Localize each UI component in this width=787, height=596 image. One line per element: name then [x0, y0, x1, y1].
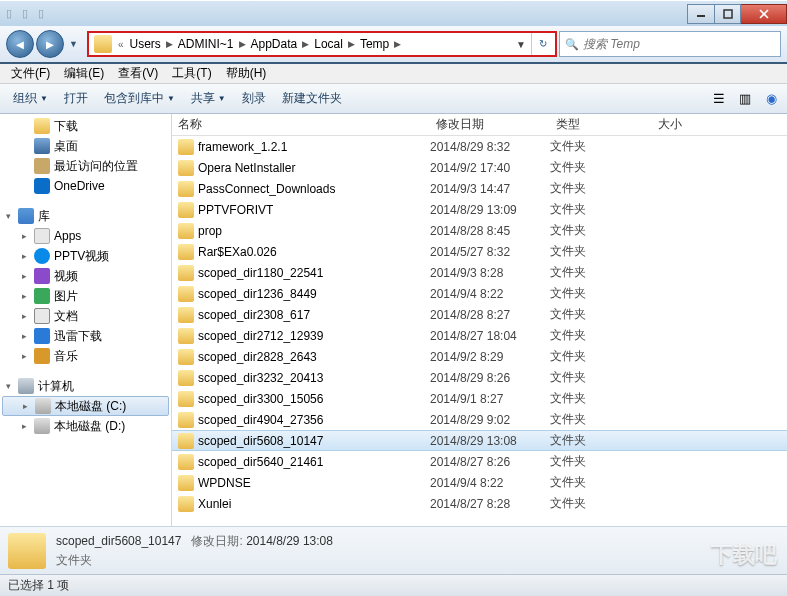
address-dropdown-icon[interactable]: ▼: [511, 39, 531, 50]
breadcrumb-item[interactable]: ADMINI~1: [175, 37, 237, 51]
file-row[interactable]: Opera NetInstaller2014/9/2 17:40文件夹: [172, 157, 787, 178]
expand-icon[interactable]: ▸: [23, 401, 35, 411]
close-button[interactable]: [741, 4, 787, 24]
chevron-right-icon[interactable]: ▶: [166, 39, 173, 49]
search-box[interactable]: 🔍: [559, 31, 781, 57]
file-list[interactable]: framework_1.2.12014/8/29 8:32文件夹Opera Ne…: [172, 136, 787, 526]
file-row[interactable]: scoped_dir3300_150562014/9/1 8:27文件夹: [172, 388, 787, 409]
file-row[interactable]: scoped_dir5640_214612014/8/27 8:26文件夹: [172, 451, 787, 472]
expand-icon[interactable]: ▸: [22, 231, 34, 241]
tree-node[interactable]: 桌面: [0, 136, 171, 156]
expand-icon[interactable]: ▸: [22, 271, 34, 281]
titlebar[interactable]: ▯▯▯: [0, 0, 787, 26]
menu-item[interactable]: 编辑(E): [57, 65, 111, 82]
expand-icon[interactable]: ▸: [22, 351, 34, 361]
tree-node[interactable]: 下载: [0, 116, 171, 136]
tree-node[interactable]: OneDrive: [0, 176, 171, 196]
tree-node[interactable]: ▸Apps: [0, 226, 171, 246]
share-button[interactable]: 共享▼: [183, 86, 234, 112]
open-button[interactable]: 打开: [56, 86, 96, 112]
breadcrumb-item[interactable]: Local: [311, 37, 346, 51]
menu-item[interactable]: 查看(V): [111, 65, 165, 82]
tree-node[interactable]: ▸音乐: [0, 346, 171, 366]
forward-button[interactable]: ►: [36, 30, 64, 58]
navigation-pane[interactable]: 下载桌面最近访问的位置OneDrive▾库▸Apps▸PPTV视频▸视频▸图片▸…: [0, 114, 172, 526]
view-options-icon[interactable]: ☰: [708, 88, 730, 110]
file-row[interactable]: Xunlei2014/8/27 8:28文件夹: [172, 493, 787, 514]
column-headers[interactable]: 名称 修改日期 类型 大小: [172, 114, 787, 136]
column-header-size[interactable]: 大小: [652, 116, 732, 133]
file-row[interactable]: framework_1.2.12014/8/29 8:32文件夹: [172, 136, 787, 157]
tree-node[interactable]: ▸本地磁盘 (C:): [2, 396, 169, 416]
chevron-right-icon[interactable]: ▶: [348, 39, 355, 49]
details-pane: scoped_dir5608_10147 修改日期: 2014/8/29 13:…: [0, 526, 787, 574]
expand-icon[interactable]: ▸: [22, 421, 34, 431]
column-header-type[interactable]: 类型: [550, 116, 652, 133]
file-row[interactable]: PPTVFORIVT2014/8/29 13:09文件夹: [172, 199, 787, 220]
file-row[interactable]: WPDNSE2014/9/4 8:22文件夹: [172, 472, 787, 493]
column-header-date[interactable]: 修改日期: [430, 116, 550, 133]
expand-icon[interactable]: ▸: [22, 331, 34, 341]
folder-icon: [178, 370, 194, 386]
file-row[interactable]: scoped_dir2828_26432014/9/2 8:29文件夹: [172, 346, 787, 367]
expand-icon[interactable]: ▾: [6, 211, 18, 221]
expand-icon[interactable]: ▸: [22, 251, 34, 261]
file-row[interactable]: scoped_dir3232_204132014/8/29 8:26文件夹: [172, 367, 787, 388]
chevron-right-icon[interactable]: ▶: [239, 39, 246, 49]
tree-node[interactable]: ▸图片: [0, 286, 171, 306]
search-input[interactable]: [583, 37, 775, 51]
details-item-type: 文件夹: [56, 552, 333, 569]
expand-icon[interactable]: ▾: [6, 381, 18, 391]
chevron-right-icon[interactable]: ▶: [394, 39, 401, 49]
folder-icon: [178, 223, 194, 239]
tree-icon: [34, 268, 50, 284]
file-row[interactable]: scoped_dir1180_225412014/9/3 8:28文件夹: [172, 262, 787, 283]
refresh-button[interactable]: ↻: [531, 33, 553, 55]
breadcrumb-item[interactable]: Temp: [357, 37, 392, 51]
expand-icon[interactable]: ▸: [22, 311, 34, 321]
folder-icon: [178, 496, 194, 512]
column-header-name[interactable]: 名称: [172, 116, 430, 133]
chevron-right-icon[interactable]: ▶: [302, 39, 309, 49]
file-row[interactable]: Rar$EXa0.0262014/5/27 8:32文件夹: [172, 241, 787, 262]
minimize-button[interactable]: [687, 4, 715, 24]
tree-node[interactable]: ▸本地磁盘 (D:): [0, 416, 171, 436]
file-row[interactable]: prop2014/8/28 8:45文件夹: [172, 220, 787, 241]
help-icon[interactable]: ◉: [760, 88, 782, 110]
expand-icon[interactable]: ▸: [22, 291, 34, 301]
back-button[interactable]: ◄: [6, 30, 34, 58]
tree-node[interactable]: ▸视频: [0, 266, 171, 286]
new-folder-button[interactable]: 新建文件夹: [274, 86, 350, 112]
history-dropdown-icon[interactable]: ▼: [66, 39, 81, 49]
file-row[interactable]: PassConnect_Downloads2014/9/3 14:47文件夹: [172, 178, 787, 199]
menu-item[interactable]: 工具(T): [165, 65, 218, 82]
file-row[interactable]: scoped_dir2712_129392014/8/27 18:04文件夹: [172, 325, 787, 346]
folder-icon: [178, 244, 194, 260]
tree-node[interactable]: 最近访问的位置: [0, 156, 171, 176]
tree-node[interactable]: ▾库: [0, 206, 171, 226]
breadcrumb-item[interactable]: AppData: [248, 37, 301, 51]
menu-item[interactable]: 文件(F): [4, 65, 57, 82]
organize-button[interactable]: 组织▼: [5, 86, 56, 112]
file-row[interactable]: scoped_dir4904_273562014/8/29 9:02文件夹: [172, 409, 787, 430]
burn-button[interactable]: 刻录: [234, 86, 274, 112]
include-button[interactable]: 包含到库中▼: [96, 86, 183, 112]
preview-pane-icon[interactable]: ▥: [734, 88, 756, 110]
chevron-down-icon: ▼: [167, 94, 175, 103]
tree-node[interactable]: ▸文档: [0, 306, 171, 326]
address-bar[interactable]: «Users▶ADMINI~1▶AppData▶Local▶Temp▶ ▼ ↻: [87, 31, 557, 57]
menu-item[interactable]: 帮助(H): [219, 65, 274, 82]
file-row[interactable]: scoped_dir2308_6172014/8/28 8:27文件夹: [172, 304, 787, 325]
tree-node[interactable]: ▾计算机: [0, 376, 171, 396]
folder-icon: [178, 160, 194, 176]
menu-bar: 文件(F)编辑(E)查看(V)工具(T)帮助(H): [0, 64, 787, 84]
file-row[interactable]: scoped_dir5608_101472014/8/29 13:08文件夹: [172, 430, 787, 451]
tree-node[interactable]: ▸迅雷下载: [0, 326, 171, 346]
file-row[interactable]: scoped_dir1236_84492014/9/4 8:22文件夹: [172, 283, 787, 304]
tree-icon: [34, 248, 50, 264]
breadcrumb-overflow-icon[interactable]: «: [118, 39, 124, 50]
tree-node[interactable]: ▸PPTV视频: [0, 246, 171, 266]
tree-icon: [34, 118, 50, 134]
breadcrumb-item[interactable]: Users: [126, 37, 163, 51]
maximize-button[interactable]: [715, 4, 741, 24]
